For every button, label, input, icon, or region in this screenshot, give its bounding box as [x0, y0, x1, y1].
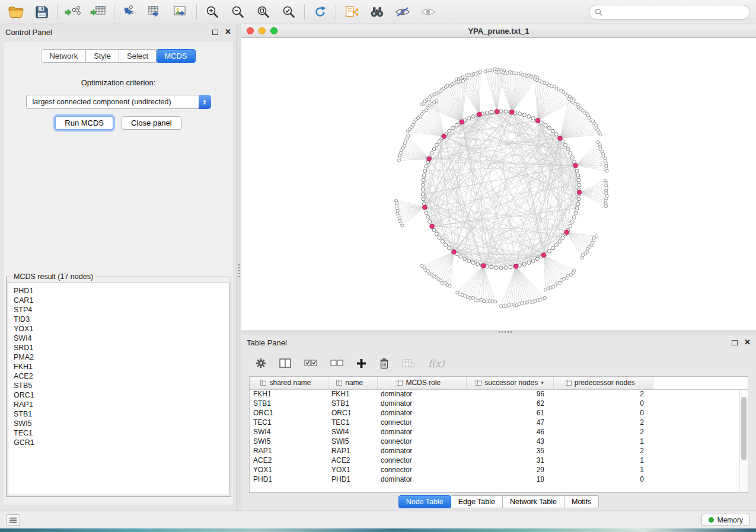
mcds-result-item[interactable]: SWI5: [14, 419, 229, 428]
cell-shared-name[interactable]: ORC1: [250, 408, 328, 418]
close-panel-button[interactable]: Close panel: [122, 116, 181, 130]
mcds-result-item[interactable]: ACE2: [14, 371, 229, 381]
cell-name[interactable]: TEC1: [328, 418, 377, 427]
cell-name[interactable]: PHD1: [328, 475, 377, 484]
cell-predecessor-nodes[interactable]: 2: [553, 418, 653, 427]
cell-name[interactable]: STB1: [328, 399, 377, 408]
cell-shared-name[interactable]: STB1: [250, 399, 328, 408]
mcds-result-item[interactable]: STB1: [14, 409, 229, 419]
mcds-result-item[interactable]: ORC1: [14, 390, 229, 400]
table-scrollbar[interactable]: [739, 390, 747, 492]
show-columns-button[interactable]: [279, 358, 291, 368]
horizontal-splitter[interactable]: [241, 330, 756, 335]
select-all-button[interactable]: [304, 360, 317, 367]
open-file-button[interactable]: [6, 2, 26, 21]
cell-name[interactable]: YOX1: [328, 465, 377, 475]
table-row[interactable]: PHD1 PHD1 dominator 18 0: [250, 475, 748, 484]
table-row[interactable]: ORC1 ORC1 dominator 61 0: [250, 408, 748, 418]
cell-shared-name[interactable]: FKH1: [250, 389, 328, 399]
float-panel-icon[interactable]: [732, 340, 738, 345]
table-row[interactable]: FKH1 FKH1 dominator 96 2: [250, 389, 748, 399]
control-panel-tab[interactable]: Style: [86, 49, 119, 63]
cell-name[interactable]: RAP1: [328, 446, 377, 456]
export-network-button[interactable]: [120, 2, 140, 21]
cell-successor-nodes[interactable]: 47: [466, 418, 553, 427]
close-panel-icon[interactable]: ✕: [225, 29, 231, 35]
table-row[interactable]: ACE2 ACE2 connector 31 1: [250, 456, 748, 465]
table-panel-tab[interactable]: Motifs: [564, 495, 599, 508]
mcds-result-item[interactable]: FKH1: [14, 362, 229, 371]
cell-shared-name[interactable]: SWI4: [250, 427, 328, 437]
scrollbar-thumb[interactable]: [741, 397, 747, 460]
cell-mcds-role[interactable]: connector: [377, 456, 466, 465]
cell-shared-name[interactable]: RAP1: [250, 446, 328, 456]
table-row[interactable]: SWI5 SWI5 connector 43 1: [250, 437, 748, 446]
cell-successor-nodes[interactable]: 29: [466, 465, 553, 475]
add-column-button[interactable]: [356, 358, 366, 368]
cell-name[interactable]: ACE2: [328, 456, 377, 465]
table-row[interactable]: YOX1 YOX1 connector 29 1: [250, 465, 748, 475]
close-window-icon[interactable]: [247, 27, 254, 34]
minimize-window-icon[interactable]: [259, 27, 266, 34]
float-panel-icon[interactable]: [212, 30, 218, 35]
cell-predecessor-nodes[interactable]: 1: [553, 465, 653, 475]
cell-mcds-role[interactable]: dominator: [377, 399, 466, 408]
cell-successor-nodes[interactable]: 31: [466, 456, 553, 465]
cell-shared-name[interactable]: PHD1: [250, 475, 328, 484]
memory-button[interactable]: Memory: [701, 514, 750, 526]
cell-mcds-role[interactable]: connector: [377, 465, 466, 475]
cell-shared-name[interactable]: ACE2: [250, 456, 328, 465]
export-image-button[interactable]: [171, 2, 191, 21]
deselect-all-button[interactable]: [330, 360, 343, 367]
save-button[interactable]: [31, 2, 52, 21]
mcds-result-item[interactable]: TID3: [14, 315, 229, 324]
control-panel-tab[interactable]: Network: [41, 49, 86, 63]
show-all-button[interactable]: [418, 2, 438, 21]
refresh-button[interactable]: [310, 2, 330, 21]
cell-successor-nodes[interactable]: 18: [466, 475, 553, 484]
cell-shared-name[interactable]: SWI5: [250, 437, 328, 446]
mcds-result-item[interactable]: SRD1: [14, 343, 229, 352]
cell-predecessor-nodes[interactable]: 1: [553, 437, 653, 446]
table-panel-tab[interactable]: Network Table: [503, 495, 564, 508]
network-canvas[interactable]: [241, 38, 756, 330]
cell-successor-nodes[interactable]: 61: [466, 408, 553, 418]
column-header[interactable]: predecessor nodes▾: [553, 377, 653, 389]
vertical-splitter[interactable]: [237, 24, 241, 511]
delete-column-button[interactable]: [379, 358, 389, 369]
table-row[interactable]: STB1 STB1 dominator 62 0: [250, 399, 748, 408]
cell-predecessor-nodes[interactable]: 0: [553, 475, 653, 484]
mcds-result-item[interactable]: CAR1: [14, 296, 229, 305]
import-network-file-button[interactable]: [63, 2, 83, 21]
cell-predecessor-nodes[interactable]: 0: [553, 399, 653, 408]
cell-mcds-role[interactable]: connector: [377, 437, 466, 446]
cell-mcds-role[interactable]: dominator: [377, 427, 466, 437]
cell-name[interactable]: FKH1: [328, 389, 377, 399]
cell-name[interactable]: SWI5: [328, 437, 377, 446]
column-header[interactable]: name▾: [328, 377, 377, 389]
close-panel-icon[interactable]: ✕: [744, 339, 751, 345]
hide-selected-button[interactable]: [393, 2, 413, 21]
table-panel-tab[interactable]: Edge Table: [451, 495, 503, 508]
table-settings-button[interactable]: [256, 358, 266, 368]
control-panel-tab[interactable]: Select: [119, 49, 157, 63]
cell-successor-nodes[interactable]: 96: [466, 389, 553, 399]
control-panel-tab[interactable]: MCDS: [157, 49, 195, 63]
cell-predecessor-nodes[interactable]: 0: [553, 408, 653, 418]
cell-shared-name[interactable]: TEC1: [250, 418, 328, 427]
cell-mcds-role[interactable]: dominator: [377, 475, 466, 484]
run-mcds-button[interactable]: Run MCDS: [55, 116, 113, 130]
cell-successor-nodes[interactable]: 43: [466, 437, 553, 446]
column-header[interactable]: successor nodes▾: [466, 377, 553, 389]
import-table-file-button[interactable]: [88, 2, 109, 21]
global-search-box[interactable]: [589, 5, 750, 20]
mcds-result-item[interactable]: SWI4: [14, 334, 229, 343]
mcds-result-item[interactable]: YOX1: [14, 324, 229, 334]
zoom-fit-button[interactable]: [253, 2, 273, 21]
cell-predecessor-nodes[interactable]: 2: [553, 389, 653, 399]
cell-successor-nodes[interactable]: 35: [466, 446, 553, 456]
cell-shared-name[interactable]: YOX1: [250, 465, 328, 475]
share-network-file-button[interactable]: [342, 2, 362, 21]
cell-mcds-role[interactable]: dominator: [377, 446, 466, 456]
network-graph[interactable]: [241, 38, 756, 330]
